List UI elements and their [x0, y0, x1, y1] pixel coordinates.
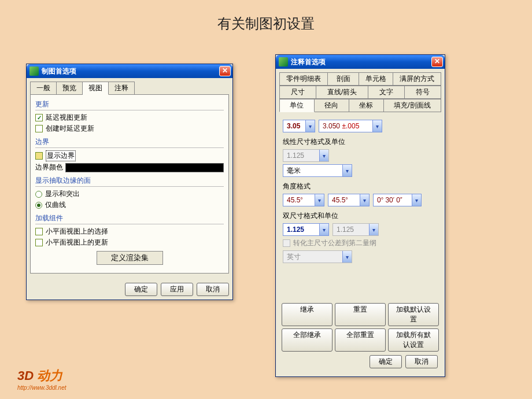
tab-symbol[interactable]: 符号	[405, 86, 441, 99]
checkbox-row[interactable]: 小平面视图上的选择	[35, 227, 224, 237]
tab-bom[interactable]: 零件明细表	[279, 72, 328, 86]
load-default-button[interactable]: 加载默认设置	[388, 303, 439, 326]
drawing-prefs-dialog: 制图首选项 ✕ 一般 预览 视图 注释 更新 延迟视图更新 创建时延迟更新	[26, 64, 233, 300]
tab-cell[interactable]: 单元格	[359, 72, 393, 86]
combo-value: 1.125	[283, 226, 319, 234]
chevron-down-icon[interactable]	[372, 120, 382, 132]
inherit-all-button[interactable]: 全部继承	[282, 328, 332, 352]
group-title: 边界	[35, 137, 224, 148]
chevron-down-icon	[369, 224, 378, 235]
linear-format-combo: 1.125	[283, 149, 329, 162]
checkbox-label: 小平面视图上的选择	[46, 227, 108, 237]
tab-annotation[interactable]: 注释	[109, 82, 135, 95]
combo-value: 45.5°	[283, 196, 315, 204]
tab-fit[interactable]: 满屏的方式	[393, 72, 441, 86]
tab-radial[interactable]: 径向	[315, 99, 349, 112]
titlebar[interactable]: 制图首选项 ✕	[27, 64, 232, 78]
group-title: 显示抽取边缘的面	[35, 176, 224, 187]
angle-combo-3[interactable]: 0° 30′ 0″	[373, 194, 422, 206]
chevron-down-icon[interactable]	[305, 120, 315, 132]
angle-combo-2[interactable]: 45.5°	[328, 194, 370, 206]
checkbox-row[interactable]: 创建时延迟更新	[35, 124, 224, 134]
chevron-down-icon[interactable]	[319, 224, 328, 235]
checkbox-icon[interactable]	[35, 152, 43, 160]
dialog-buttons: 确定 取消	[279, 352, 441, 372]
apply-button[interactable]: 应用	[161, 283, 193, 296]
brand-text: 3D 动力	[17, 368, 62, 383]
checkbox-label: 创建时延迟更新	[46, 124, 94, 134]
reset-all-button[interactable]: 全部重置	[335, 328, 386, 352]
combo-value: 1.125	[283, 152, 319, 160]
app-icon	[279, 57, 288, 66]
group-title: 更新	[35, 99, 224, 110]
define-render-button[interactable]: 定义渲染集	[97, 251, 163, 265]
angle-combo-1[interactable]: 45.5°	[283, 194, 324, 206]
section-label: 双尺寸格式和单位	[283, 211, 438, 221]
checkbox-label: 转化主尺寸公差到第二量纲	[293, 238, 376, 248]
radio-row[interactable]: 显示和突出	[35, 189, 224, 199]
annotation-prefs-dialog: 注释首选项 ✕ 零件明细表 剖面 单元格 满屏的方式 尺寸 直线/箭头 文字 符…	[275, 54, 445, 377]
color-label: 边界颜色	[35, 162, 63, 172]
tolerance-combo[interactable]: 3.050 ±.005	[319, 120, 382, 132]
radio-icon[interactable]	[35, 191, 42, 198]
checkbox-icon[interactable]	[35, 239, 43, 246]
chevron-down-icon[interactable]	[360, 194, 369, 206]
chevron-down-icon[interactable]	[342, 165, 352, 176]
combo-value: 毫米	[283, 166, 342, 176]
tabs: 零件明细表 剖面 单元格 满屏的方式 尺寸 直线/箭头 文字 符号 单位 径向 …	[279, 72, 441, 112]
titlebar[interactable]: 注释首选项 ✕	[276, 55, 445, 69]
ok-button[interactable]: 确定	[125, 283, 157, 296]
group-edges: 显示抽取边缘的面 显示和突出 仅曲线	[35, 176, 224, 210]
combo-value: 英寸	[283, 252, 342, 262]
dual-combo-1[interactable]: 1.125	[283, 223, 329, 236]
bottom-button-grid: 继承 重置 加载默认设置 全部继承 全部重置 加载所有默认设置	[279, 301, 441, 352]
radio-icon[interactable]	[35, 202, 42, 209]
checkbox-icon[interactable]	[35, 125, 43, 132]
inherit-button[interactable]: 继承	[282, 303, 332, 326]
brand-url: http://www.3ddl.net	[17, 385, 66, 391]
tabpanel-units: 3.05 3.050 ±.005 线性尺寸格式及单位 1.125 毫米	[279, 114, 441, 271]
checkbox-icon[interactable]	[35, 114, 43, 121]
inch-combo: 英寸	[283, 250, 352, 263]
checkbox-icon[interactable]	[35, 228, 43, 235]
color-row: 边界颜色	[35, 162, 224, 172]
dialog-buttons: 确定 应用 取消	[27, 278, 232, 300]
dialog-title: 制图首选项	[42, 66, 219, 76]
tab-general[interactable]: 一般	[30, 82, 57, 95]
radio-row[interactable]: 仅曲线	[35, 200, 224, 210]
tabs: 一般 预览 视图 注释	[30, 82, 229, 95]
section-label: 角度格式	[283, 182, 438, 191]
ok-button[interactable]: 确定	[370, 355, 402, 368]
tab-coord[interactable]: 坐标	[349, 99, 384, 112]
checkbox-row[interactable]: 延迟视图更新	[35, 113, 224, 123]
cancel-button[interactable]: 取消	[405, 355, 438, 368]
tab-text[interactable]: 文字	[368, 86, 405, 99]
checkbox-label: 小平面视图上的更新	[46, 238, 108, 247]
tab-fill[interactable]: 填充/剖面线	[384, 99, 441, 112]
cancel-button[interactable]: 取消	[197, 283, 229, 296]
chevron-down-icon[interactable]	[412, 194, 421, 206]
value-combo[interactable]: 3.05	[283, 120, 315, 132]
load-all-default-button[interactable]: 加载所有默认设置	[388, 328, 439, 352]
tab-dim[interactable]: 尺寸	[279, 86, 316, 99]
unit-combo[interactable]: 毫米	[283, 164, 352, 177]
close-icon[interactable]: ✕	[219, 66, 231, 76]
tab-view[interactable]: 视图	[83, 82, 109, 95]
checkbox-icon	[283, 239, 290, 247]
checkbox-row[interactable]: 小平面视图上的更新	[35, 238, 224, 247]
checkbox-row[interactable]: 显示边界	[35, 150, 224, 161]
color-swatch[interactable]	[65, 163, 224, 172]
checkbox-label: 延迟视图更新	[46, 113, 87, 123]
tab-units[interactable]: 单位	[279, 99, 315, 112]
chevron-down-icon[interactable]	[315, 194, 324, 206]
tab-line-arrow[interactable]: 直线/箭头	[316, 86, 368, 99]
group-update: 更新 延迟视图更新 创建时延迟更新	[35, 99, 224, 134]
tab-section[interactable]: 剖面	[328, 72, 359, 86]
reset-button[interactable]: 重置	[335, 303, 386, 326]
section-label: 线性尺寸格式及单位	[283, 137, 438, 147]
radio-label: 显示和突出	[45, 189, 80, 199]
tab-preview[interactable]: 预览	[57, 82, 83, 95]
combo-value: 3.05	[283, 122, 305, 130]
chevron-down-icon	[319, 150, 328, 161]
close-icon[interactable]: ✕	[431, 57, 443, 67]
